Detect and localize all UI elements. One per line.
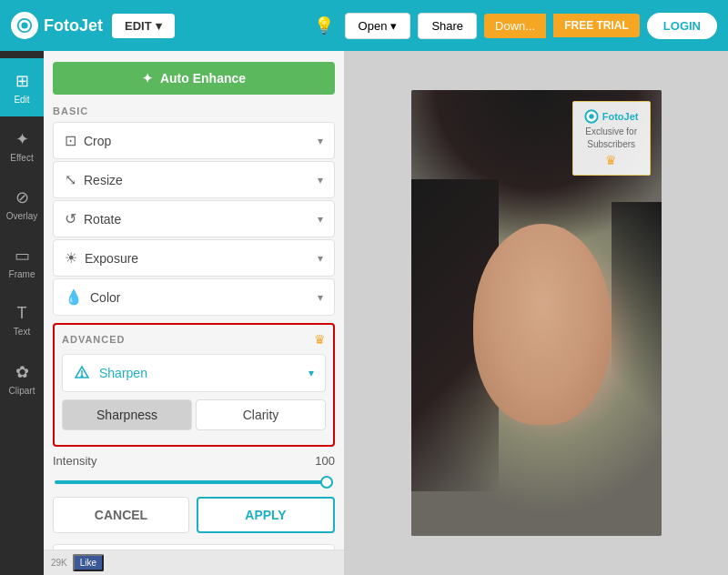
sidebar-item-label: Edit — [14, 95, 29, 105]
lightbulb-icon[interactable]: 💡 — [310, 12, 338, 39]
chevron-down-icon: ▾ — [318, 213, 323, 226]
chevron-down-icon: ▾ — [318, 174, 323, 187]
crown-icon: ♛ — [314, 332, 326, 347]
exposure-icon: ☀ — [65, 249, 77, 267]
bottom-bar: 29K Like — [44, 550, 344, 575]
header: FotoJet EDIT ▾ 💡 Open ▾ Share Down... FR… — [0, 0, 728, 51]
intensity-slider-container — [53, 471, 335, 488]
watermark-logo: FotoJet — [584, 109, 639, 124]
watermark-crown-icon: ♛ — [584, 153, 639, 167]
app-name: FotoJet — [44, 16, 103, 35]
login-button[interactable]: LOGIN — [647, 13, 717, 39]
rotate-icon: ↺ — [65, 210, 76, 227]
rotate-label: Rotate — [84, 212, 318, 227]
clarity-tab[interactable]: Clarity — [196, 399, 326, 430]
edit-mode-button[interactable]: EDIT ▾ — [112, 14, 175, 38]
overlay-icon: ⊘ — [15, 187, 29, 207]
sidebar-item-frame[interactable]: ▭ Frame — [0, 233, 44, 291]
sidebar-item-clipart[interactable]: ✿ Clipart — [0, 349, 44, 408]
chevron-down-icon: ▾ — [318, 135, 323, 147]
color-icon: 💧 — [65, 288, 83, 306]
sidebar-item-label: Frame — [9, 269, 35, 279]
main-content: ⊞ Edit ✦ Effect ⊘ Overlay ▭ Frame T Text… — [0, 51, 728, 575]
sparkle-icon: ✦ — [142, 71, 153, 86]
clipart-icon: ✿ — [15, 362, 29, 382]
logo-icon — [11, 12, 38, 39]
cancel-button[interactable]: CANCEL — [53, 497, 189, 533]
sidebar-item-overlay[interactable]: ⊘ Overlay — [0, 175, 44, 233]
open-button[interactable]: Open ▾ — [345, 13, 411, 39]
sharpen-label: Sharpen — [99, 366, 308, 380]
chevron-down-icon: ▾ — [318, 252, 323, 265]
chevron-down-icon: ▾ — [308, 367, 314, 379]
sharpen-tool-row[interactable]: Sharpen ▾ — [62, 354, 326, 392]
color-label: Color — [90, 290, 318, 305]
share-button[interactable]: Share — [418, 13, 477, 39]
advanced-section: ADVANCED ♛ Sharpen ▾ Sharpness — [53, 323, 335, 447]
intensity-row: Intensity 100 — [53, 454, 335, 468]
tool-panel: ✦ Auto Enhance BASIC ⊡ Crop ▾ ⤡ Resize ▾… — [44, 51, 344, 575]
sidebar-item-label: Overlay — [6, 211, 37, 221]
canvas-image: FotoJet Exclusive for Subscribers ♛ — [411, 90, 662, 536]
exposure-label: Exposure — [85, 251, 318, 266]
app-logo: FotoJet — [11, 12, 103, 39]
intensity-slider[interactable] — [55, 480, 333, 484]
color-tool-row[interactable]: 💧 Color ▾ — [53, 278, 335, 316]
exposure-tool-row[interactable]: ☀ Exposure ▾ — [53, 239, 335, 277]
sidebar-item-edit[interactable]: ⊞ Edit — [0, 58, 44, 116]
watermark-logo-icon — [584, 109, 599, 124]
advanced-header: ADVANCED ♛ — [62, 332, 326, 347]
like-count: 29K — [51, 558, 67, 568]
photo-hair-right — [612, 202, 662, 469]
crop-label: Crop — [84, 134, 318, 148]
sharpen-tabs: Sharpness Clarity — [62, 399, 326, 430]
auto-enhance-button[interactable]: ✦ Auto Enhance — [53, 62, 335, 95]
icon-sidebar: ⊞ Edit ✦ Effect ⊘ Overlay ▭ Frame T Text… — [0, 51, 44, 575]
sidebar-item-label: Clipart — [9, 386, 35, 396]
canvas-area: FotoJet Exclusive for Subscribers ♛ — [344, 51, 728, 575]
sidebar-item-effect[interactable]: ✦ Effect — [0, 116, 44, 175]
watermark: FotoJet Exclusive for Subscribers ♛ — [572, 101, 651, 176]
resize-label: Resize — [84, 173, 318, 187]
apply-button[interactable]: APPLY — [197, 497, 335, 533]
text-icon: T — [17, 304, 27, 323]
edit-icon: ⊞ — [15, 71, 29, 91]
sidebar-item-label: Text — [14, 327, 30, 337]
svg-point-6 — [589, 114, 593, 118]
crop-tool-row[interactable]: ⊡ Crop ▾ — [53, 122, 335, 159]
svg-point-4 — [81, 376, 83, 378]
header-actions: 💡 Open ▾ Share Down... FREE TRIAL LOGIN — [310, 12, 717, 39]
effect-icon: ✦ — [15, 129, 29, 149]
intensity-value: 100 — [315, 454, 335, 468]
photo-face — [473, 224, 611, 425]
rotate-tool-row[interactable]: ↺ Rotate ▾ — [53, 200, 335, 237]
intensity-label: Intensity — [53, 454, 96, 468]
svg-point-1 — [21, 22, 27, 28]
crop-icon: ⊡ — [65, 132, 76, 149]
sidebar-item-label: Effect — [10, 153, 33, 163]
action-row: CANCEL APPLY — [53, 497, 335, 533]
free-trial-button[interactable]: FREE TRIAL — [553, 14, 640, 37]
sidebar-item-text[interactable]: T Text — [0, 291, 44, 349]
download-button[interactable]: Down... — [484, 14, 546, 38]
frame-icon: ▭ — [15, 246, 30, 266]
chevron-down-icon: ▾ — [318, 291, 323, 304]
resize-tool-row[interactable]: ⤡ Resize ▾ — [53, 161, 335, 198]
sharpen-icon — [74, 364, 92, 382]
facebook-like-button[interactable]: Like — [73, 554, 104, 571]
basic-section-label: BASIC — [53, 106, 335, 116]
advanced-section-label: ADVANCED — [62, 334, 126, 345]
sharpness-tab[interactable]: Sharpness — [62, 399, 192, 430]
resize-icon: ⤡ — [65, 171, 76, 188]
watermark-exclusive-text: Exclusive for Subscribers — [584, 126, 639, 151]
